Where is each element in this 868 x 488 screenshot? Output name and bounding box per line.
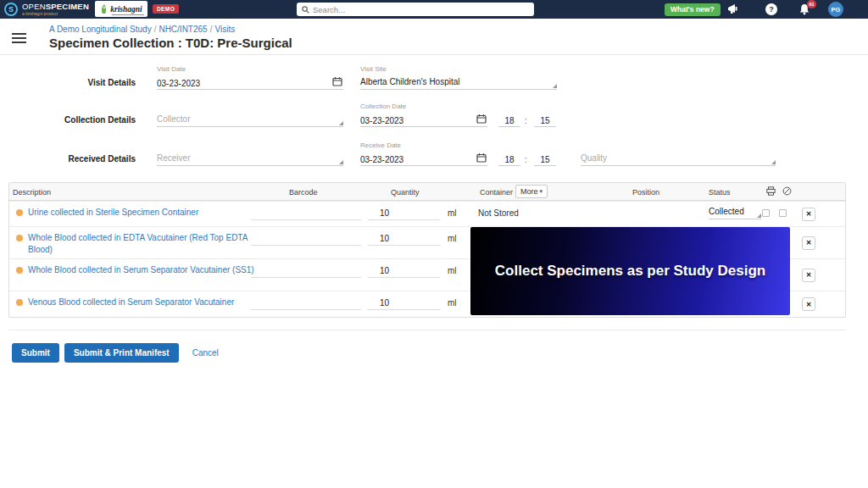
more-label: More — [520, 187, 538, 196]
brand-part-open: OPEN — [22, 2, 46, 11]
receive-date-input[interactable] — [360, 152, 470, 167]
collector-select[interactable]: Collector — [157, 112, 343, 127]
close-icon: ✕ — [806, 271, 812, 279]
barcode-input[interactable] — [251, 264, 361, 278]
status-value: Collected — [709, 207, 744, 216]
remove-row-button[interactable]: ✕ — [802, 269, 815, 282]
close-icon: ✕ — [806, 239, 812, 247]
container-value: Not Stored — [478, 208, 519, 218]
user-avatar[interactable]: PG — [828, 2, 843, 17]
collection-minute-field — [534, 112, 556, 127]
receiver-select[interactable]: Receiver — [157, 151, 343, 166]
brand-tagline: a krishagni product — [22, 11, 58, 16]
menu-hamburger-icon[interactable] — [12, 33, 26, 43]
receive-hour-field — [498, 151, 520, 166]
time-separator: : — [525, 116, 527, 125]
print-checkbox[interactable] — [762, 209, 770, 217]
global-search — [297, 3, 534, 16]
breadcrumb-study-link[interactable]: A Demo Longitudinal Study — [49, 25, 152, 34]
remove-row-button[interactable]: ✕ — [802, 236, 815, 250]
print-column-icon — [766, 186, 776, 196]
col-position: Position — [632, 188, 659, 197]
calendar-icon[interactable] — [476, 152, 487, 163]
col-description: Description — [13, 188, 51, 197]
receive-minute-input[interactable] — [534, 152, 556, 167]
quantity-input[interactable] — [368, 207, 440, 220]
select-corner-icon — [339, 121, 343, 125]
select-corner-icon — [553, 84, 557, 88]
search-icon — [302, 6, 309, 14]
krishagni-logo[interactable]: krishagni — [95, 1, 147, 17]
search-input[interactable] — [313, 5, 529, 14]
close-icon: ✕ — [806, 301, 812, 308]
more-columns-button[interactable]: More ▾ — [515, 185, 548, 198]
specimen-description-link[interactable]: Whole Blood collected in Serum Separator… — [28, 264, 259, 276]
receiver-placeholder: Receiver — [157, 153, 190, 163]
submit-print-manifest-button[interactable]: Submit & Print Manifest — [64, 343, 179, 363]
close-icon: ✕ — [806, 210, 812, 218]
barcode-input[interactable] — [251, 297, 361, 310]
pending-status-dot-icon — [16, 209, 23, 216]
status-select[interactable]: Collected — [709, 205, 761, 219]
help-icon[interactable]: ? — [765, 3, 777, 15]
collection-hour-field — [498, 112, 520, 127]
demo-badge: DEMO — [153, 4, 179, 14]
specimen-table-header: Description Barcode Quantity Container M… — [9, 183, 845, 201]
no-print-column-icon — [782, 186, 792, 196]
whats-new-button[interactable]: What's new? — [665, 3, 721, 16]
pending-status-dot-icon — [16, 235, 23, 241]
visit-details-label: Visit Details — [34, 78, 136, 87]
specimen-row: Urine collected in Sterile Specimen Cont… — [9, 201, 845, 226]
quantity-input[interactable] — [368, 232, 440, 246]
calendar-icon[interactable] — [332, 76, 342, 86]
col-quantity: Quantity — [391, 188, 420, 197]
calendar-icon[interactable] — [476, 114, 487, 124]
brand-part-specimen: SPECIMEN — [46, 2, 89, 11]
openspecimen-logo-icon[interactable]: S — [4, 3, 18, 16]
barcode-input[interactable] — [251, 232, 361, 246]
actions-divider — [8, 330, 846, 330]
visit-date-input[interactable] — [157, 76, 326, 91]
select-corner-icon — [757, 214, 761, 218]
specimen-description-link[interactable]: Venous Blood collected in Serum Separato… — [28, 297, 259, 308]
select-corner-icon — [771, 160, 776, 164]
pending-status-dot-icon — [16, 267, 23, 274]
quantity-unit: ml — [448, 266, 457, 275]
collection-hour-input[interactable] — [498, 114, 520, 128]
visit-date-field — [157, 75, 343, 90]
banner-text: Collect Specimens as per Study Design — [495, 260, 765, 282]
time-separator: : — [525, 155, 527, 164]
quantity-input[interactable] — [368, 264, 440, 278]
quality-select[interactable]: Quality — [581, 151, 776, 166]
form-actions: Submit Submit & Print Manifest Cancel — [12, 343, 219, 363]
openspecimen-app: S OPENSPECIMEN a krishagni product krish… — [0, 0, 868, 488]
openspecimen-brand[interactable]: OPENSPECIMEN — [22, 2, 89, 11]
collection-date-label: Collection Date — [360, 103, 406, 110]
caret-down-icon: ▾ — [540, 188, 543, 195]
specimen-description-link[interactable]: Whole Blood collected in EDTA Vacutainer… — [28, 232, 259, 256]
page-title: Specimen Collection : T0D: Pre-Surgical — [49, 36, 292, 50]
remove-row-button[interactable]: ✕ — [802, 208, 815, 221]
breadcrumb: A Demo Longitudinal Study/NHC/INT265/Vis… — [49, 25, 235, 34]
top-navbar: S OPENSPECIMEN a krishagni product krish… — [0, 0, 868, 19]
receive-hour-input[interactable] — [498, 152, 520, 167]
quantity-input[interactable] — [368, 297, 440, 310]
specimen-description-link[interactable]: Urine collected in Sterile Specimen Cont… — [28, 207, 259, 219]
col-status: Status — [709, 188, 731, 197]
col-container: Container — [480, 188, 513, 197]
pending-status-dot-icon — [16, 299, 23, 306]
no-print-checkbox[interactable] — [779, 209, 787, 217]
visit-site-select[interactable]: Alberta Children's Hospital — [360, 75, 557, 90]
breadcrumb-participant-link[interactable]: NHC/INT265 — [159, 25, 207, 34]
quantity-unit: ml — [448, 208, 457, 218]
breadcrumb-visits-link[interactable]: Visits — [214, 25, 235, 34]
select-corner-icon — [339, 160, 343, 164]
remove-row-button[interactable]: ✕ — [802, 297, 815, 311]
collection-minute-input[interactable] — [534, 114, 556, 128]
collection-date-input[interactable] — [360, 114, 470, 128]
barcode-input[interactable] — [251, 207, 361, 220]
cancel-link[interactable]: Cancel — [192, 348, 219, 358]
submit-button[interactable]: Submit — [12, 343, 59, 363]
announcements-megaphone-icon[interactable] — [727, 3, 741, 15]
visit-site-label: Visit Site — [360, 65, 387, 73]
